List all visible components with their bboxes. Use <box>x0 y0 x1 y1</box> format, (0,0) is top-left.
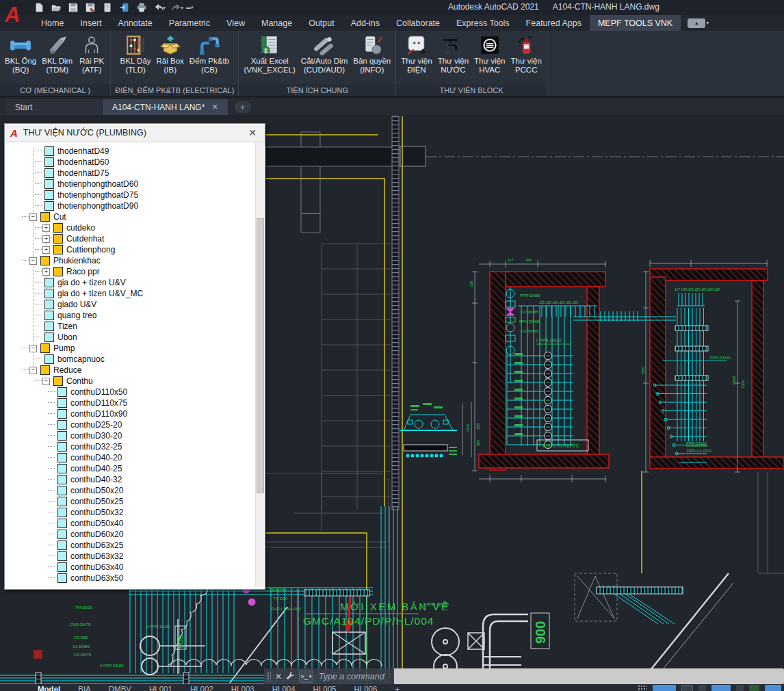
layout-tab-hl005[interactable]: HL005 <box>313 685 337 691</box>
tree-item-conthud50x40[interactable]: conthuD50x40 <box>5 518 265 529</box>
tree-item-conthu[interactable]: −Conthu <box>5 376 265 387</box>
ribbon-tab-add-ins[interactable]: Add-ins <box>343 15 388 31</box>
tree-item-gia-do-tizen-u-v[interactable]: gia do + tizen U&V <box>5 277 265 288</box>
print-icon[interactable] <box>135 1 148 14</box>
new-layout-button[interactable]: + <box>395 685 400 691</box>
tree-item-thodenhatd75[interactable]: thodenhatD75 <box>5 168 265 179</box>
ribbon-button-bkl-ng[interactable]: BKL Ống(BQ) <box>3 33 38 75</box>
tree-item-conthud40-25[interactable]: conthuD40-25 <box>5 463 265 474</box>
ribbon-tab-express-tools[interactable]: Express Tools <box>448 15 518 31</box>
ribbon-button-th-vi-n[interactable]: Thư việnPCCC <box>508 33 543 75</box>
dropdown-caret-icon[interactable]: ▾ <box>181 5 183 11</box>
plot-icon[interactable] <box>101 1 114 14</box>
palette-title-bar[interactable]: A THƯ VIỆN NƯỚC (PLUMBING) ✕ <box>5 124 265 142</box>
ribbon-button-th-vi-n[interactable]: Thư việnĐIỆN <box>399 33 434 75</box>
command-input-field[interactable] <box>394 668 784 684</box>
lineweight-toggle[interactable] <box>736 685 744 691</box>
tree-item-thotienphongthoatd75[interactable]: thotienphongthoatD75 <box>5 190 265 200</box>
tree-item-pump[interactable]: −Pump <box>5 343 265 354</box>
tree-item-gia-do-tizen-u-v-mc[interactable]: gia do + tizen U&V_MC <box>5 288 265 299</box>
file-tab-start[interactable]: Start <box>5 99 101 115</box>
tree-item-conthud40-20[interactable]: conthuD40-20 <box>5 452 265 463</box>
layout-tab-hl004[interactable]: HL004 <box>272 685 296 691</box>
layout-tab-hl006[interactable]: HL006 <box>354 685 377 691</box>
file-tab-active-doc[interactable]: A104-CTN-HANH LANG* ✕ <box>103 99 228 115</box>
ribbon-button-xu-t-excel[interactable]: $Xuất Excel(VNK_EXCEL) <box>241 33 297 75</box>
collapse-icon[interactable]: − <box>29 213 37 221</box>
tree-item-thodenhatd60[interactable]: thodenhatD60 <box>5 157 265 168</box>
collapse-icon[interactable]: − <box>29 257 37 265</box>
save-icon[interactable] <box>67 1 79 14</box>
layout-tab-hl002[interactable]: HL002 <box>190 685 213 691</box>
collapse-icon[interactable]: − <box>29 367 37 374</box>
palette-scrollbar[interactable] <box>255 142 264 587</box>
dropdown-caret-icon[interactable]: ▾ <box>163 5 166 11</box>
tree-item-bomcapnuoc[interactable]: bomcapnuoc <box>5 354 265 365</box>
command-prompt-chip[interactable]: >_▾ <box>299 670 313 683</box>
drag-grip-icon[interactable] <box>267 672 271 681</box>
autocad-logo-icon[interactable]: A <box>5 1 20 29</box>
tree-item-conthud40-32[interactable]: conthuD40-32 <box>5 474 265 485</box>
command-close-icon[interactable]: ✕ <box>275 672 282 681</box>
tree-item-cutdeko[interactable]: +cutdeko <box>5 222 265 233</box>
expand-icon[interactable]: + <box>42 235 50 243</box>
ribbon-tab-featured-apps[interactable]: Featured Apps <box>518 15 590 31</box>
ribbon-button-th-vi-n[interactable]: Thư việnNƯỚC <box>436 33 471 75</box>
annotation-toggle[interactable] <box>765 685 781 691</box>
ribbon-button-b-n-quy-n[interactable]: Bản quyền(INFO) <box>351 33 393 75</box>
ribbon-button-th-vi-n[interactable]: Thư việnHVAC <box>472 33 507 75</box>
tree-item-raco-ppr[interactable]: +Raco ppr <box>5 266 265 277</box>
model-tab[interactable]: Model <box>38 685 60 691</box>
tree-item-conthud60x20[interactable]: conthuD60x20 <box>5 529 265 540</box>
tree-item-thotienphongthoatd90[interactable]: thotienphongthoatD90 <box>5 200 265 211</box>
tree-item-giado-u-v[interactable]: giado U&V <box>5 299 265 310</box>
tree-item-phukienkhac[interactable]: −Phukienkhac <box>5 255 265 266</box>
tree-item-conthud30-20[interactable]: conthuD30-20 <box>5 430 265 441</box>
tree-item-ubon[interactable]: Ubon <box>5 332 265 343</box>
osnap-toggle[interactable] <box>711 685 731 691</box>
collapse-icon[interactable]: − <box>42 378 50 385</box>
ribbon-tab-insert[interactable]: Insert <box>72 15 109 31</box>
ribbon-button-bkl-dim[interactable]: BKL Dim(TDM) <box>40 33 75 75</box>
ribbon-display-caret-icon[interactable]: ▾ <box>706 20 709 26</box>
ribbon-tab-parametric[interactable]: Parametric <box>161 15 218 31</box>
tree-item-thotienphongthoatd60[interactable]: thotienphongthoatD60 <box>5 179 265 190</box>
dynamic-input-toggle[interactable] <box>749 685 759 691</box>
tree-item-conthud110x50[interactable]: conthuD110x50 <box>5 387 265 397</box>
tree-item-thodenhatd49[interactable]: thodenhatD49 <box>5 146 265 157</box>
ribbon-button-r-i-pk[interactable]: Rải PK(ATF) <box>76 33 107 75</box>
tree-item-reduce[interactable]: −Reduce <box>5 365 265 376</box>
tree-item-conthud63x32[interactable]: conthuD63x32 <box>5 551 265 562</box>
layout-tab-dmbv[interactable]: DMBV <box>109 685 131 691</box>
close-doc-icon[interactable]: ✕ <box>211 103 218 112</box>
save-as-icon[interactable] <box>84 1 96 14</box>
tree-item-quang-treo[interactable]: quang treo <box>5 310 265 321</box>
collapse-icon[interactable]: − <box>29 345 37 352</box>
tree-item-conthud63x40[interactable]: conthuD63x40 <box>5 562 265 573</box>
command-input[interactable] <box>317 671 394 682</box>
ribbon-button-bkl-d-y[interactable]: BKL Dây(TLD) <box>118 33 153 75</box>
tree-item-cut[interactable]: −Cut <box>5 211 265 222</box>
scrollbar-thumb[interactable] <box>257 218 264 493</box>
layout-tab-hl003[interactable]: HL003 <box>231 685 254 691</box>
wrench-icon[interactable] <box>286 670 295 683</box>
snap-toggle[interactable] <box>653 685 676 691</box>
tree-item-conthud110x90[interactable]: conthuD110x90 <box>5 408 265 419</box>
polar-toggle[interactable] <box>698 685 706 691</box>
tree-item-conthud32-25[interactable]: conthuD32-25 <box>5 441 265 452</box>
layout-tab-bia[interactable]: BIA <box>78 685 91 691</box>
share-mobile-icon[interactable] <box>118 1 131 14</box>
tree-item-conthud50x32[interactable]: conthuD50x32 <box>5 507 265 518</box>
ribbon-button--m-pk-tb[interactable]: Đếm Pk&tb(CB) <box>187 33 231 75</box>
tree-item-tizen[interactable]: Tizen <box>5 321 265 332</box>
ribbon-tab-view[interactable]: View <box>218 15 253 31</box>
ribbon-tab-output[interactable]: Output <box>300 15 343 31</box>
tree-item-conthud25-20[interactable]: conthuD25-20 <box>5 419 265 430</box>
ribbon-tab-mepf-tools-vnk[interactable]: MEPF TOOLS VNK <box>590 15 681 31</box>
ribbon-tab-collaborate[interactable]: Collaborate <box>388 15 448 31</box>
tree-item-conthud63x25[interactable]: conthuD63x25 <box>5 540 265 551</box>
tree-item-cuttienphong[interactable]: +Cuttienphong <box>5 244 265 255</box>
expand-icon[interactable]: + <box>42 268 50 276</box>
ribbon-display-button[interactable]: ▲ <box>688 18 705 28</box>
grid-icon[interactable] <box>638 685 647 691</box>
